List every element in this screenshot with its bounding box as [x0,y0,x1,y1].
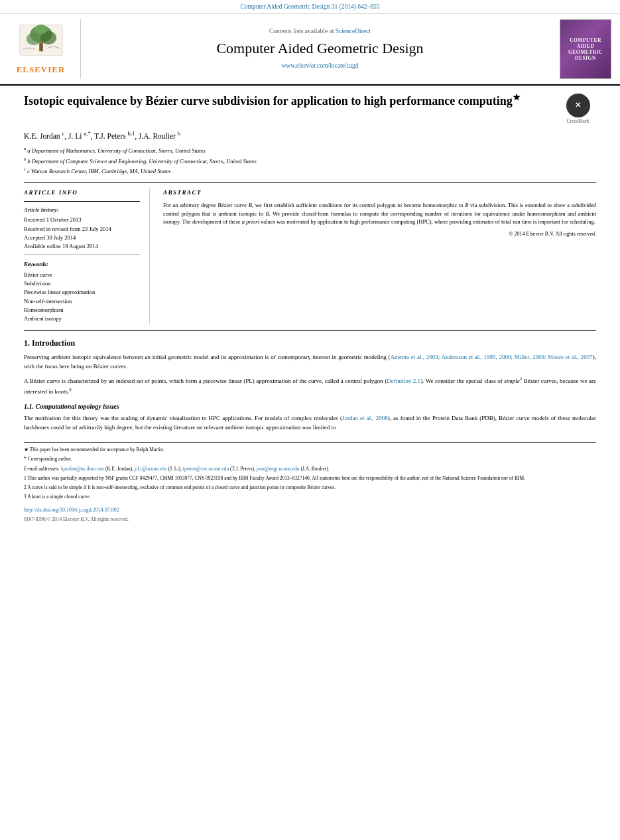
journal-url[interactable]: www.elsevier.com/locate/cagd [282,62,359,71]
header-divider [24,182,596,183]
email-roulier[interactable]: jrou@engr.uconn.edu [257,466,300,472]
doi-link[interactable]: http://dx.doi.org/10.1016/j.cagd.2014.07… [24,506,596,514]
history-label: Article history: [24,206,140,214]
authors-line: K.E. Jordan c, J. Li a,*, T.J. Peters b,… [24,129,596,142]
ref-amenta[interactable]: Amenta et al., 2003; Andersson et al., 1… [391,354,593,360]
crossmark-icon: ✕ [566,94,590,117]
keywords-section: Keywords: Bézier curve Subdivision Piece… [24,260,140,322]
paper-content: Isotopic equivalence by Bézier curve sub… [0,86,620,529]
footnote-asterisk: * Corresponding author. [24,455,596,462]
top-bar: Computer Aided Geometric Design 31 (2014… [0,0,620,14]
intro-para2: A Bézier curve is characterized by an in… [24,376,596,397]
journal-name: Computer Aided Geometric Design [216,38,423,59]
cover-thumbnail: COMPUTER AIDED GEOMETRIC DESIGN [560,19,611,79]
subsection-para: The motivation for this theory was the s… [24,414,596,433]
affiliation-a: a a Department of Mathematics, Universit… [24,145,596,155]
affiliations: a a Department of Mathematics, Universit… [24,145,596,176]
issn-line: 0167-8396/© 2014 Elsevier B.V. All right… [24,516,596,523]
journal-cover: COMPUTER AIDED GEOMETRIC DESIGN [559,19,612,79]
ref-jordan2008[interactable]: Jordan et al., 2008 [342,415,388,421]
body-divider [24,330,596,331]
footnote-star: ★ This paper has been recommended for ac… [24,446,596,453]
paper-title-area: Isotopic equivalence by Bézier curve sub… [24,92,596,125]
article-info-column: ARTICLE INFO Article history: Received 1… [24,188,150,324]
affiliation-c: c c Watson Research Center, IBM, Cambrid… [24,166,596,176]
svg-point-5 [34,25,46,35]
footnote-3: 3 A knot is a simple closed curve. [24,493,596,500]
subsection-1-1-title: 1.1. Computational topology issues [24,402,596,412]
footnote-2: 2 A curve is said to be simple if it is … [24,484,596,491]
affiliation-b: b b Department of Computer Science and E… [24,156,596,166]
keyword-1: Bézier curve [24,271,140,279]
crossmark-label: CrossMark [567,118,589,125]
article-info-title: ARTICLE INFO [24,188,140,197]
journal-header: ELSEVIER Contents lists available at Sci… [0,14,620,86]
article-info-abstract: ARTICLE INFO Article history: Received 1… [24,188,596,324]
keywords-label: Keywords: [24,260,140,268]
info-divider [24,201,140,202]
accepted-date: Accepted 30 July 2014 [24,234,140,242]
crossmark-badge: ✕ CrossMark [560,94,596,125]
journal-title-area: Contents lists available at ScienceDirec… [88,19,552,79]
footnote-emails: E-mail addresses: kjordan@us.ibm.com (K.… [24,465,596,472]
footnote-area: ★ This paper has been recommended for ac… [24,442,596,523]
received-revised-date: Received in revised form 23 July 2014 [24,225,140,233]
available-date: Available online 19 August 2014 [24,242,140,250]
sciencedirect-link[interactable]: ScienceDirect [336,28,371,35]
email-jordan[interactable]: kjordan@us.ibm.com [61,466,104,472]
keyword-2: Subdivision [24,279,140,287]
keyword-3: Piecewise linear approximation [24,288,140,296]
svg-point-2 [26,33,40,44]
keywords-divider [24,254,140,255]
abstract-title: ABSTRACT [163,188,596,197]
elsevier-brand: ELSEVIER [17,64,66,76]
abstract-column: ABSTRACT For an arbitrary degree Bézier … [163,188,596,324]
elsevier-logo: ELSEVIER [8,19,81,79]
paper-title: Isotopic equivalence by Bézier curve sub… [24,92,553,109]
received-date: Received 1 October 2013 [24,216,140,224]
keyword-5: Homeomorphism [24,306,140,314]
svg-rect-4 [39,42,43,51]
keyword-4: Non-self-intersection [24,297,140,305]
abstract-text: For an arbitrary degree Bézier curve B, … [163,201,596,226]
keyword-6: Ambient isotopy [24,315,140,322]
title-star: ★ [513,92,521,102]
intro-para1: Preserving ambient isotopic equivalence … [24,353,596,372]
copyright-notice: © 2014 Elsevier B.V. All rights reserved… [163,230,596,238]
email-peters[interactable]: tpeters@cse.uconn.edu [183,466,229,472]
ref-def21[interactable]: Definition 2.1 [387,378,420,384]
email-li[interactable]: jiLi@uconn.edu [135,466,167,472]
introduction-title: 1. Introduction [24,338,596,349]
footnote-1: 1 This author was partially supported by… [24,474,596,482]
contents-available: Contents lists available at ScienceDirec… [269,27,371,36]
